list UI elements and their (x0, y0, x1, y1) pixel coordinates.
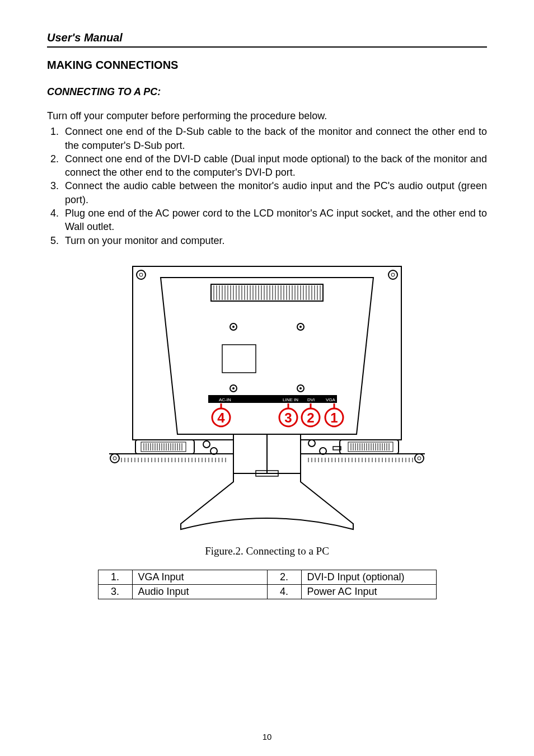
table-row: 3. Audio Input 4. Power AC Input (98, 584, 436, 599)
manual-header-title: User's Manual (47, 31, 487, 44)
step-item: Connect one end of the D-Sub cable to th… (62, 125, 487, 152)
section-heading: MAKING CONNECTIONS (47, 59, 487, 72)
cell-num: 1. (98, 570, 132, 584)
svg-point-111 (308, 440, 315, 447)
svg-point-89 (203, 441, 210, 448)
cell-label: Power AC Input (301, 584, 436, 599)
cell-num: 2. (267, 570, 301, 584)
cell-label: Audio Input (132, 584, 267, 599)
step-item: Plug one end of the AC power cord to the… (62, 206, 487, 234)
callout-4-icon: 4 (212, 408, 230, 426)
svg-point-2 (137, 270, 146, 279)
page-number: 10 (0, 732, 534, 741)
header-divider (47, 46, 487, 48)
svg-rect-70 (141, 442, 186, 452)
label-line-in: LINE IN (283, 397, 298, 402)
svg-point-47 (232, 326, 235, 328)
svg-rect-92 (348, 442, 393, 452)
svg-point-3 (139, 273, 143, 276)
svg-point-115 (113, 457, 116, 460)
svg-point-117 (418, 457, 421, 460)
cell-label: DVI-D Input (optional) (301, 570, 436, 584)
svg-text:2: 2 (307, 410, 314, 425)
callout-2-icon: 2 (302, 408, 320, 426)
label-dvi: DVI (307, 397, 315, 402)
ports-table: 1. VGA Input 2. DVI-D Input (optional) 3… (98, 570, 437, 599)
callout-3-icon: 3 (279, 408, 297, 426)
svg-point-54 (299, 387, 302, 389)
svg-text:1: 1 (330, 410, 338, 425)
svg-point-52 (232, 387, 235, 389)
figure-wrap: AC-IN LINE IN DVI VGA 4 3 2 1 (47, 261, 487, 537)
sub-heading: CONNECTING TO A PC: (47, 86, 487, 98)
cell-num: 4. (267, 584, 301, 599)
cell-num: 3. (98, 584, 132, 599)
svg-point-114 (110, 454, 119, 463)
svg-text:3: 3 (284, 410, 292, 425)
cell-label: VGA Input (132, 570, 267, 584)
intro-text: Turn off your computer before performing… (47, 109, 487, 123)
step-item: Connect one end of the DVI-D cable (Dual… (62, 152, 487, 180)
page: User's Manual MAKING CONNECTIONS CONNECT… (0, 0, 534, 756)
svg-point-116 (415, 454, 424, 463)
svg-text:4: 4 (217, 410, 225, 425)
steps-list: Connect one end of the D-Sub cable to th… (47, 125, 487, 247)
step-item: Turn on your monitor and computer. (62, 234, 487, 247)
step-item: Connect the audio cable between the moni… (62, 179, 487, 206)
label-vga: VGA (326, 397, 336, 402)
callout-1-icon: 1 (325, 408, 343, 426)
svg-rect-50 (222, 345, 256, 373)
svg-point-5 (391, 273, 395, 276)
table-row: 1. VGA Input 2. DVI-D Input (optional) (98, 570, 436, 584)
svg-point-4 (388, 270, 397, 279)
figure-caption: Figure.2. Connecting to a PC (47, 545, 487, 557)
label-ac-in: AC-IN (219, 397, 231, 402)
svg-point-49 (299, 326, 302, 328)
connection-diagram: AC-IN LINE IN DVI VGA 4 3 2 1 (88, 261, 446, 535)
